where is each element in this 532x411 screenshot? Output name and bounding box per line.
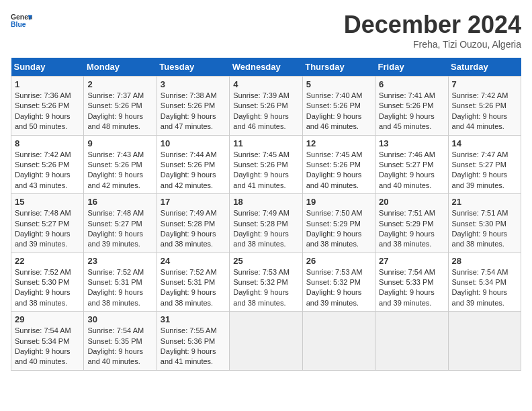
calendar-cell: 16Sunrise: 7:48 AMSunset: 5:27 PMDayligh… [84,194,157,253]
day-info: Sunrise: 7:39 AMSunset: 5:26 PMDaylight:… [233,91,290,130]
day-info: Sunrise: 7:43 AMSunset: 5:26 PMDaylight:… [87,150,144,189]
calendar-cell: 29Sunrise: 7:54 AMSunset: 5:34 PMDayligh… [11,312,84,371]
calendar-cell: 3Sunrise: 7:38 AMSunset: 5:26 PMDaylight… [157,77,229,136]
day-number: 30 [87,314,152,324]
header-row: SundayMondayTuesdayWednesdayThursdayFrid… [11,58,521,77]
day-info: Sunrise: 7:52 AMSunset: 5:31 PMDaylight:… [161,268,217,307]
calendar-cell: 10Sunrise: 7:44 AMSunset: 5:26 PMDayligh… [157,135,229,194]
calendar-cell: 22Sunrise: 7:52 AMSunset: 5:30 PMDayligh… [11,253,84,312]
day-info: Sunrise: 7:36 AMSunset: 5:26 PMDaylight:… [15,91,71,130]
day-header-tuesday: Tuesday [157,58,229,77]
day-info: Sunrise: 7:40 AMSunset: 5:26 PMDaylight:… [306,91,363,130]
day-info: Sunrise: 7:53 AMSunset: 5:32 PMDaylight:… [233,268,290,307]
logo: General Blue [11,11,32,32]
day-number: 7 [452,79,517,89]
day-number: 17 [161,197,226,207]
day-header-thursday: Thursday [302,58,375,77]
calendar-cell: 6Sunrise: 7:41 AMSunset: 5:26 PMDaylight… [375,77,448,136]
day-number: 29 [15,314,80,324]
day-number: 6 [379,79,444,89]
calendar-cell: 26Sunrise: 7:53 AMSunset: 5:32 PMDayligh… [302,253,375,312]
day-info: Sunrise: 7:52 AMSunset: 5:30 PMDaylight:… [15,268,71,307]
day-number: 12 [306,138,371,148]
day-info: Sunrise: 7:42 AMSunset: 5:26 PMDaylight:… [15,150,71,189]
day-info: Sunrise: 7:54 AMSunset: 5:34 PMDaylight:… [452,268,508,307]
calendar-week-4: 22Sunrise: 7:52 AMSunset: 5:30 PMDayligh… [11,253,521,312]
day-header-friday: Friday [375,58,448,77]
calendar-cell [302,312,375,371]
calendar-cell: 30Sunrise: 7:54 AMSunset: 5:35 PMDayligh… [84,312,157,371]
day-number: 27 [379,256,444,266]
day-header-wednesday: Wednesday [230,58,302,77]
calendar-cell: 7Sunrise: 7:42 AMSunset: 5:26 PMDaylight… [448,77,521,136]
calendar-cell: 5Sunrise: 7:40 AMSunset: 5:26 PMDaylight… [302,77,375,136]
calendar-cell: 28Sunrise: 7:54 AMSunset: 5:34 PMDayligh… [448,253,521,312]
calendar-cell: 31Sunrise: 7:55 AMSunset: 5:36 PMDayligh… [157,312,229,371]
day-number: 28 [452,256,517,266]
calendar-cell: 23Sunrise: 7:52 AMSunset: 5:31 PMDayligh… [84,253,157,312]
day-number: 31 [161,314,226,324]
calendar-cell: 17Sunrise: 7:49 AMSunset: 5:28 PMDayligh… [157,194,229,253]
day-number: 25 [233,256,298,266]
day-info: Sunrise: 7:55 AMSunset: 5:36 PMDaylight:… [161,326,217,365]
day-number: 23 [87,256,152,266]
header: General Blue December 2024 Freha, Tizi O… [11,11,521,50]
calendar-cell: 1Sunrise: 7:36 AMSunset: 5:26 PMDaylight… [11,77,84,136]
day-info: Sunrise: 7:42 AMSunset: 5:26 PMDaylight:… [452,91,508,130]
calendar-cell: 13Sunrise: 7:46 AMSunset: 5:27 PMDayligh… [375,135,448,194]
day-info: Sunrise: 7:45 AMSunset: 5:26 PMDaylight:… [233,150,290,189]
calendar-cell: 21Sunrise: 7:51 AMSunset: 5:30 PMDayligh… [448,194,521,253]
day-info: Sunrise: 7:54 AMSunset: 5:34 PMDaylight:… [15,326,71,365]
day-info: Sunrise: 7:48 AMSunset: 5:27 PMDaylight:… [87,209,144,248]
calendar-cell: 2Sunrise: 7:37 AMSunset: 5:26 PMDaylight… [84,77,157,136]
day-header-monday: Monday [84,58,157,77]
calendar-cell: 25Sunrise: 7:53 AMSunset: 5:32 PMDayligh… [230,253,302,312]
day-info: Sunrise: 7:50 AMSunset: 5:29 PMDaylight:… [306,209,363,248]
day-info: Sunrise: 7:53 AMSunset: 5:32 PMDaylight:… [306,268,363,307]
day-number: 22 [15,256,80,266]
day-number: 11 [233,138,298,148]
day-number: 18 [233,197,298,207]
day-number: 8 [15,138,80,148]
calendar-cell: 19Sunrise: 7:50 AMSunset: 5:29 PMDayligh… [302,194,375,253]
calendar-cell [448,312,521,371]
calendar-cell: 8Sunrise: 7:42 AMSunset: 5:26 PMDaylight… [11,135,84,194]
day-info: Sunrise: 7:54 AMSunset: 5:35 PMDaylight:… [87,326,144,365]
day-info: Sunrise: 7:51 AMSunset: 5:30 PMDaylight:… [452,209,508,248]
day-info: Sunrise: 7:49 AMSunset: 5:28 PMDaylight:… [161,209,217,248]
day-number: 5 [306,79,371,89]
calendar-cell: 24Sunrise: 7:52 AMSunset: 5:31 PMDayligh… [157,253,229,312]
day-info: Sunrise: 7:51 AMSunset: 5:29 PMDaylight:… [379,209,435,248]
calendar-cell: 15Sunrise: 7:48 AMSunset: 5:27 PMDayligh… [11,194,84,253]
day-number: 13 [379,138,444,148]
day-info: Sunrise: 7:38 AMSunset: 5:26 PMDaylight:… [161,91,217,130]
day-number: 26 [306,256,371,266]
svg-text:Blue: Blue [11,21,26,28]
day-info: Sunrise: 7:46 AMSunset: 5:27 PMDaylight:… [379,150,435,189]
day-info: Sunrise: 7:41 AMSunset: 5:26 PMDaylight:… [379,91,435,130]
day-header-saturday: Saturday [448,58,521,77]
calendar-cell [230,312,302,371]
day-info: Sunrise: 7:49 AMSunset: 5:28 PMDaylight:… [233,209,290,248]
day-number: 14 [452,138,517,148]
day-number: 9 [87,138,152,148]
title-area: December 2024 Freha, Tizi Ouzou, Algeria [344,11,521,50]
day-number: 15 [15,197,80,207]
day-number: 1 [15,79,80,89]
calendar-cell: 27Sunrise: 7:54 AMSunset: 5:33 PMDayligh… [375,253,448,312]
logo-icon: General Blue [11,11,32,32]
calendar-cell: 11Sunrise: 7:45 AMSunset: 5:26 PMDayligh… [230,135,302,194]
day-number: 10 [161,138,226,148]
day-info: Sunrise: 7:45 AMSunset: 5:26 PMDaylight:… [306,150,363,189]
calendar-cell: 4Sunrise: 7:39 AMSunset: 5:26 PMDaylight… [230,77,302,136]
day-info: Sunrise: 7:37 AMSunset: 5:26 PMDaylight:… [87,91,144,130]
calendar-cell: 14Sunrise: 7:47 AMSunset: 5:27 PMDayligh… [448,135,521,194]
day-number: 21 [452,197,517,207]
day-info: Sunrise: 7:47 AMSunset: 5:27 PMDaylight:… [452,150,508,189]
day-number: 16 [87,197,152,207]
day-number: 20 [379,197,444,207]
day-number: 4 [233,79,298,89]
day-info: Sunrise: 7:48 AMSunset: 5:27 PMDaylight:… [15,209,71,248]
location-subtitle: Freha, Tizi Ouzou, Algeria [344,39,521,50]
calendar-cell: 12Sunrise: 7:45 AMSunset: 5:26 PMDayligh… [302,135,375,194]
